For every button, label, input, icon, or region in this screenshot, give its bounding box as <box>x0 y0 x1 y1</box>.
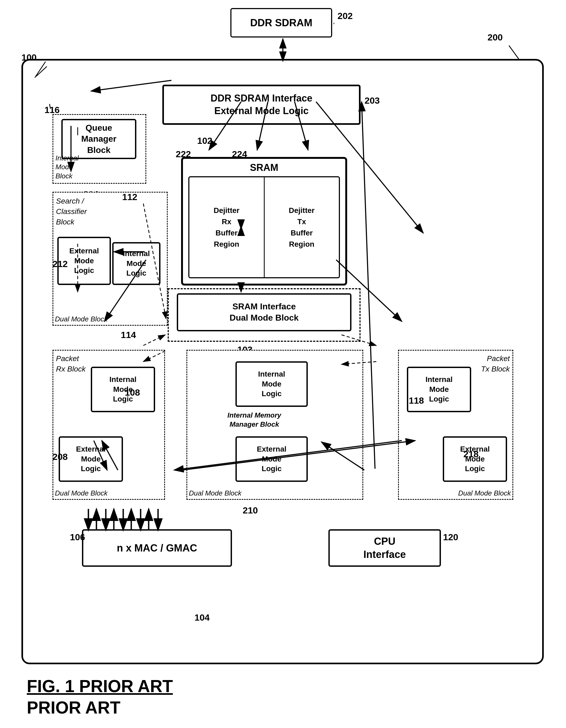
search-classifier-label: Search /ClassifierBlock <box>56 196 87 227</box>
cpu-label: CPUInterface <box>363 535 406 561</box>
svg-line-4 <box>333 23 334 24</box>
ref-104: 104 <box>194 612 210 623</box>
ref-208: 208 <box>53 452 68 462</box>
svg-line-39 <box>509 46 520 60</box>
sram-buffers: DejitterRxBufferRegion DejitterTxBufferR… <box>188 176 340 278</box>
search-classifier-outer: Search /ClassifierBlock ExternalModeLogi… <box>53 192 168 326</box>
queue-manager-label: QueueManagerBlock <box>81 122 117 156</box>
ref-218: 218 <box>463 449 479 459</box>
packet-tx-outer: PacketTx Block InternalModeLogic Externa… <box>398 350 513 500</box>
ref-112: 112 <box>122 192 137 202</box>
packet-tx-label: PacketTx Block <box>481 353 510 374</box>
ref-200: 200 <box>488 32 503 43</box>
imm-outer: InternalModeLogic Internal MemoryManager… <box>186 350 363 500</box>
imm-dual-label: Dual Mode Block <box>189 489 242 497</box>
ddr-interface-label: DDR SDRAM InterfaceExternal Mode Logic <box>211 92 312 117</box>
page: DDR SDRAM 202 200 100 DDR SDRAM Interfac… <box>0 0 566 728</box>
internal-mode-block-label: InternalModeBlock <box>55 154 79 181</box>
mac-box: n x MAC / GMAC <box>82 529 232 567</box>
queue-manager-inner: QueueManagerBlock <box>61 119 136 159</box>
ddr-interface-box: DDR SDRAM InterfaceExternal Mode Logic <box>162 85 361 125</box>
sram-interface-outer: SRAM InterfaceDual Mode Block <box>168 288 361 342</box>
imm-int-mode: InternalModeLogic <box>235 361 308 407</box>
ddr-sdram-label: DDR SDRAM <box>250 17 312 29</box>
ref-102: 102 <box>197 136 212 146</box>
sram-title: SRAM <box>250 162 278 173</box>
dual-mode-label-tx: Dual Mode Block <box>458 489 511 497</box>
imm-label-center: Internal MemoryManager Block <box>227 411 281 429</box>
dejitter-rx-buffer: DejitterRxBufferRegion <box>189 177 265 277</box>
ref-106: 106 <box>70 532 85 542</box>
ref-202: 202 <box>338 11 353 21</box>
prior-art-label: PRIOR ART <box>27 698 121 718</box>
dual-mode-label-rx: Dual Mode Block <box>55 489 108 497</box>
queue-manager-outer: QueueManagerBlock InternalModeBlock <box>53 114 146 184</box>
ref-108: 108 <box>125 387 140 398</box>
ext-mode-logic-rx: ExternalModeLogic <box>59 436 123 482</box>
packet-rx-label: PacketRx Block <box>56 353 85 374</box>
packet-rx-outer: PacketRx Block InternalModeLogic Externa… <box>53 350 165 500</box>
mac-label: n x MAC / GMAC <box>117 542 197 554</box>
ddr-sdram-box: DDR SDRAM <box>230 8 332 37</box>
ref-203: 203 <box>365 95 380 106</box>
fig-label: FIG. 1 PRIOR ART <box>27 676 173 696</box>
dual-mode-label-sc: Dual Mode Block <box>55 315 108 323</box>
main-box: DDR SDRAM InterfaceExternal Mode Logic 2… <box>21 59 544 664</box>
ref-114: 114 <box>121 330 136 340</box>
sram-outer: SRAM DejitterRxBufferRegion DejitterTxBu… <box>181 157 347 286</box>
ref-210: 210 <box>243 505 258 516</box>
imm-ext-mode: ExternalModeLogic <box>235 436 308 482</box>
sram-interface-inner: SRAM InterfaceDual Mode Block <box>177 293 351 331</box>
dejitter-tx-buffer: DejitterTxBufferRegion <box>265 177 339 277</box>
ref-120: 120 <box>443 532 458 542</box>
ref-212: 212 <box>53 259 68 269</box>
int-mode-logic-rx: InternalModeLogic <box>91 367 155 412</box>
ref-118: 118 <box>409 395 424 406</box>
cpu-interface-box: CPUInterface <box>328 529 441 567</box>
ref-116: 116 <box>44 105 60 115</box>
int-mode-logic-sc: InternalModeLogic <box>112 242 160 285</box>
